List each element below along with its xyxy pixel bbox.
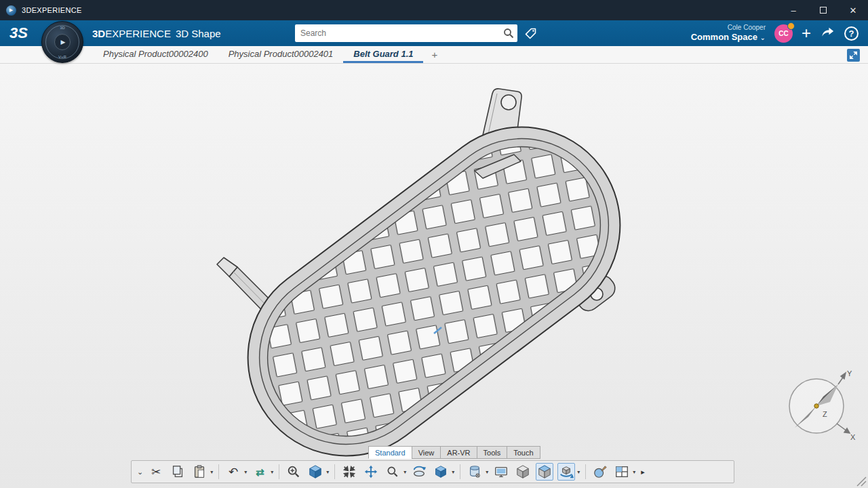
compass-play-icon[interactable]: ▶ [54,34,71,50]
iso-view-cube-icon [308,464,323,479]
model-display-dropdown-icon[interactable]: ▾ [486,469,488,475]
iso-view-dropdown-icon[interactable]: ▾ [326,469,329,475]
paste-button[interactable] [191,463,208,481]
minimize-button[interactable]: – [778,0,808,20]
turntable-button[interactable] [410,463,428,481]
update-button[interactable]: ⇄ [251,463,269,481]
screen-button[interactable] [492,463,510,481]
paint-material-button[interactable] [591,463,609,481]
toolbar-collapse-icon[interactable]: ⌄ [137,468,143,476]
iso-view-button[interactable] [307,463,324,481]
belt-guard-model[interactable] [0,64,868,488]
zoom-in-icon [286,464,301,479]
pan-icon [363,464,378,479]
quad-view-button[interactable] [613,463,631,481]
maximize-icon [820,7,827,14]
axis-y-label: Y [847,369,852,378]
copy-button[interactable] [169,463,186,481]
resize-grip[interactable] [856,476,867,487]
look-at-cube-icon [434,465,448,479]
tab-physical-product-00002401[interactable]: Physical Product00002401 [218,46,344,63]
update-icon: ⇄ [256,467,264,477]
action-bar: ⌄ ✂ ▾ ↶ ▾ ⇄ ▾ ▾ [131,460,734,483]
render-style-button[interactable] [514,463,532,481]
section-view-cube-icon [537,464,552,479]
rotate-view-dropdown-icon[interactable]: ▾ [577,469,580,475]
avatar[interactable]: CC [774,24,793,43]
quad-view-dropdown-icon[interactable]: ▾ [633,469,635,475]
tab-belt-guard[interactable]: Belt Guard 1.1 [343,46,423,63]
tab-view[interactable]: View [412,446,441,459]
zoom-in-button[interactable] [285,463,302,481]
fit-all-icon [342,464,357,479]
look-at-dropdown-icon[interactable]: ▾ [452,469,454,475]
toolbar-separator [334,464,335,479]
app-name: 3D Shape [176,28,221,39]
tab-tools[interactable]: Tools [477,446,507,459]
window-controls: – ✕ [778,0,868,20]
brand-bold: 3D [92,28,105,39]
app-window: ▶ 3DEXPERIENCE – ✕ 3S 3DEXPERIENCE 3D Sh… [0,0,868,488]
rotate-view-button[interactable] [557,463,575,481]
help-button[interactable]: ? [844,26,859,41]
new-tab-button[interactable]: + [423,46,446,63]
zoom-options-dropdown-icon[interactable]: ▾ [403,469,406,475]
tab-touch[interactable]: Touch [507,446,540,459]
user-block[interactable]: Cole Cooper Common Space ⌄ [691,24,766,43]
app-header: 3S 3DEXPERIENCE 3D Shape Cole Cooper Com… [0,20,868,46]
search-icon[interactable] [500,28,517,39]
close-button[interactable]: ✕ [838,0,868,20]
look-at-button[interactable] [432,463,450,481]
pan-button[interactable] [362,463,380,481]
section-view-button[interactable] [536,463,553,481]
space-label: Common Space [691,32,757,42]
chevron-down-icon: ⌄ [760,34,766,41]
toolbar-separator [585,464,586,479]
compass-quadrant-label: 3D [42,26,83,30]
axis-z-label: Z [823,410,827,418]
undo-button[interactable]: ↶ [224,463,242,481]
titlebar: ▶ 3DEXPERIENCE – ✕ [0,0,868,20]
screen-icon [494,464,509,479]
undo-dropdown-icon[interactable]: ▾ [244,469,247,475]
tag-icon[interactable] [524,26,538,43]
model-display-button[interactable] [466,463,484,481]
cut-button[interactable]: ✂ [147,463,165,481]
fullscreen-toggle-button[interactable] [847,49,860,62]
paste-dropdown-icon[interactable]: ▾ [210,469,213,475]
search-input[interactable] [295,28,500,38]
guard-body[interactable] [204,83,665,488]
notification-badge [787,22,795,30]
3ds-logo[interactable]: 3S [9,24,37,42]
command-tab-strip: Standard View AR-VR Tools Touch [368,446,540,459]
app-brand: 3DEXPERIENCE [92,28,171,39]
update-dropdown-icon[interactable]: ▾ [271,469,273,475]
tab-ar-vr[interactable]: AR-VR [440,446,476,459]
3d-viewport[interactable]: Y Z X Standard View AR-VR Tools Touch ⌄ … [0,64,868,488]
axis-x-label: X [850,433,856,441]
tab-physical-product-00002400[interactable]: Physical Product00002400 [93,46,218,63]
view-compass[interactable]: Y Z X [781,365,863,443]
space-selector[interactable]: Common Space ⌄ [691,32,766,43]
toolbar-more-icon[interactable]: ▸ [641,468,645,476]
document-tabbar: Physical Product00002400 Physical Produc… [0,46,868,64]
fit-all-button[interactable] [340,463,358,481]
app-logo-icon: ▶ [6,5,16,16]
share-button[interactable] [820,24,835,43]
add-content-button[interactable]: + [802,25,811,41]
zoom-area-button[interactable] [384,463,401,481]
tab-standard[interactable]: Standard [368,446,412,459]
render-style-cube-icon [515,464,530,479]
paste-icon [192,464,207,479]
zoom-area-icon [386,465,399,479]
toolbar-separator [460,464,460,479]
compass-quadrant-label-bottom: V+R [42,55,83,59]
bracket-hole [501,95,516,110]
maximize-button[interactable] [808,0,838,20]
copy-icon [170,464,185,479]
3dexperience-compass[interactable]: 3D ▶ V+R [41,21,83,63]
rotate-view-icon [559,464,574,479]
search-bar [295,24,517,42]
undo-icon: ↶ [229,466,238,478]
turntable-icon [412,464,427,479]
